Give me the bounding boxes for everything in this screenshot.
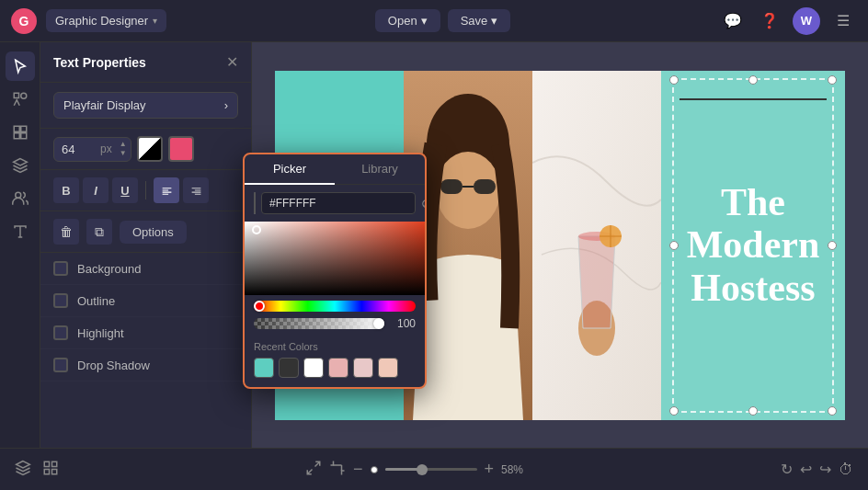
- options-button[interactable]: Options: [120, 221, 187, 244]
- color-swatch[interactable]: [137, 136, 163, 162]
- gradient-canvas[interactable]: [245, 222, 425, 295]
- sidebar-item-pointer[interactable]: [6, 51, 35, 81]
- app-logo: G: [11, 8, 37, 34]
- picker-hex-swatch[interactable]: [254, 192, 256, 214]
- zoom-track: [385, 468, 477, 471]
- svg-rect-4: [14, 133, 19, 139]
- svg-line-26: [307, 469, 312, 473]
- chevron-down-icon: ▾: [421, 14, 428, 28]
- close-panel-button[interactable]: ✕: [226, 53, 238, 71]
- drop-shadow-checkbox[interactable]: [53, 358, 68, 372]
- topbar: G Graphic Designer ▾ Open ▾ Save ▾ 💬 ❓ W…: [0, 0, 868, 42]
- gradient-field: [245, 222, 425, 295]
- recent-colors-label: Recent Colors: [254, 341, 416, 352]
- color-picker-popup: Picker Library ⊘ 🖉 ▦ +: [243, 153, 427, 389]
- sidebar-item-layers[interactable]: [6, 151, 35, 180]
- background-label: Background: [77, 262, 141, 276]
- sidebar-item-shapes[interactable]: [6, 85, 35, 114]
- background-checkbox-row[interactable]: Background: [40, 253, 251, 285]
- recent-swatch-1[interactable]: [254, 358, 274, 378]
- menu-icon-button[interactable]: ☰: [829, 7, 857, 35]
- zoom-out-button[interactable]: −: [353, 460, 363, 479]
- outline-checkbox[interactable]: [53, 293, 68, 308]
- font-size-row: px ▲ ▼: [40, 129, 251, 170]
- tab-library[interactable]: Library: [335, 154, 425, 184]
- recent-swatch-4[interactable]: [328, 358, 348, 378]
- outline-checkbox-row[interactable]: Outline: [40, 285, 251, 317]
- comment-icon-button[interactable]: 💬: [719, 7, 747, 35]
- font-size-input[interactable]: [54, 138, 100, 161]
- opacity-value: 100: [390, 317, 416, 330]
- recent-swatch-2[interactable]: [279, 358, 299, 378]
- italic-button[interactable]: I: [83, 177, 108, 203]
- handle-bm: [748, 406, 758, 416]
- size-down-button[interactable]: ▼: [116, 149, 131, 158]
- undo-button[interactable]: ↩: [800, 461, 812, 478]
- topbar-center: Open ▾ Save ▾: [166, 9, 719, 32]
- highlight-checkbox[interactable]: [53, 325, 68, 340]
- handle-tr: [828, 75, 837, 85]
- hex-input[interactable]: [261, 192, 416, 214]
- tab-picker[interactable]: Picker: [245, 154, 335, 185]
- handle-rm: [828, 241, 837, 250]
- recent-swatch-3[interactable]: [303, 358, 324, 378]
- zoom-thumb[interactable]: [417, 464, 428, 475]
- picker-tabs: Picker Library: [245, 154, 425, 185]
- opacity-thumb[interactable]: [373, 318, 384, 329]
- avatar-button[interactable]: W: [793, 7, 820, 35]
- zoom-dot: [371, 466, 378, 473]
- recent-swatch-5[interactable]: [353, 358, 373, 378]
- open-button[interactable]: Open ▾: [375, 9, 440, 32]
- zoom-slider[interactable]: [385, 468, 477, 471]
- highlight-label: Highlight: [77, 326, 124, 340]
- delete-button[interactable]: 🗑: [53, 219, 79, 245]
- opacity-slider-wrap: [254, 318, 384, 329]
- handle-lm: [669, 241, 679, 250]
- action-row: 🗑 ⧉ Options: [40, 211, 251, 253]
- svg-point-6: [15, 192, 20, 198]
- zoom-percent: 58%: [501, 463, 534, 476]
- redo-button[interactable]: ↪: [819, 461, 831, 478]
- clear-icon-button[interactable]: ⊘: [421, 196, 427, 211]
- help-icon-button[interactable]: ❓: [756, 7, 783, 35]
- svg-rect-13: [474, 179, 496, 194]
- svg-rect-21: [44, 462, 49, 466]
- drop-shadow-checkbox-row[interactable]: Drop Shadow: [40, 349, 251, 382]
- bottom-center: − + 58%: [70, 460, 770, 480]
- save-button[interactable]: Save ▾: [448, 9, 511, 32]
- size-arrows: ▲ ▼: [116, 140, 131, 158]
- color-swatch-2[interactable]: [168, 136, 194, 162]
- bold-button[interactable]: B: [53, 177, 79, 203]
- panel-title: Text Properties: [53, 55, 146, 70]
- recent-swatches: [254, 358, 416, 378]
- app-name-button[interactable]: Graphic Designer ▾: [46, 9, 166, 32]
- fit-width-button[interactable]: [305, 460, 322, 480]
- font-family-dropdown[interactable]: Playfair Display ›: [53, 92, 238, 119]
- recent-swatch-6[interactable]: [378, 358, 398, 378]
- size-up-button[interactable]: ▲: [116, 140, 131, 149]
- handle-br: [828, 406, 837, 416]
- hue-slider[interactable]: [254, 301, 416, 312]
- zoom-in-button[interactable]: +: [485, 460, 495, 479]
- crop-button[interactable]: [329, 460, 346, 480]
- highlight-checkbox-row[interactable]: Highlight: [40, 317, 251, 349]
- opacity-slider[interactable]: [254, 318, 384, 329]
- background-checkbox[interactable]: [53, 261, 68, 276]
- svg-rect-5: [20, 133, 26, 139]
- layers-icon-button[interactable]: [15, 460, 31, 480]
- sidebar-item-text[interactable]: [6, 217, 35, 246]
- refresh-button[interactable]: ↻: [781, 461, 793, 478]
- hue-thumb[interactable]: [254, 301, 265, 312]
- format-row: B I U: [40, 170, 251, 211]
- underline-button[interactable]: U: [112, 177, 138, 203]
- align-right-button[interactable]: [183, 177, 209, 203]
- align-left-button[interactable]: [154, 177, 179, 203]
- app-name-label: Graphic Designer: [55, 14, 148, 28]
- handle-bl: [669, 406, 679, 416]
- history-button[interactable]: ⏱: [839, 462, 853, 478]
- sidebar-item-grid[interactable]: [6, 118, 35, 147]
- duplicate-button[interactable]: ⧉: [86, 219, 112, 245]
- sidebar-item-people[interactable]: [6, 184, 35, 213]
- drop-shadow-label: Drop Shadow: [77, 359, 150, 372]
- grid-icon-button[interactable]: [42, 460, 59, 480]
